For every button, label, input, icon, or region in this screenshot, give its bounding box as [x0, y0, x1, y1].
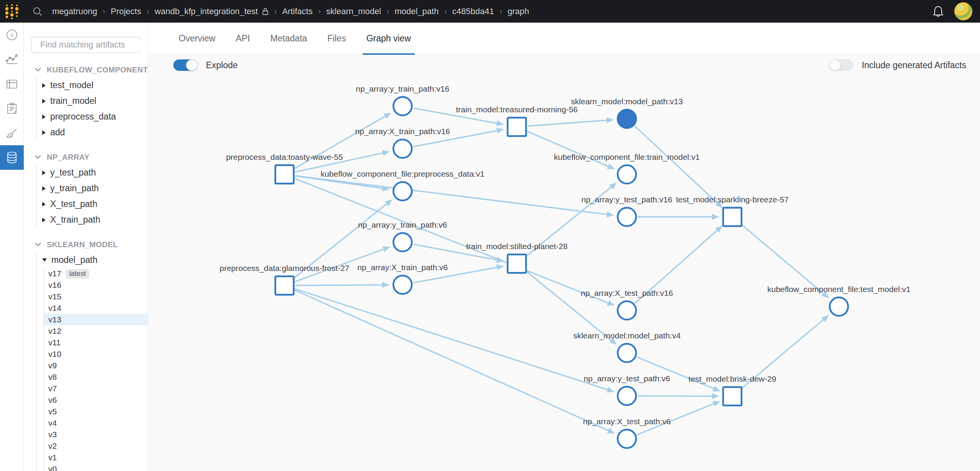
version-row-v3[interactable]: v3 [44, 429, 148, 440]
tree-item-test_model[interactable]: test_model [37, 77, 148, 93]
graph-node-p2[interactable] [275, 276, 294, 295]
graph-node-a4[interactable] [393, 233, 412, 251]
breadcrumb-item[interactable]: graph [508, 7, 529, 16]
version-row-v6[interactable]: v6 [44, 394, 148, 406]
graph-node-label: train_model:stilted-planet-28 [466, 242, 568, 251]
explode-label: Explode [206, 60, 238, 71]
graph-node-p1[interactable] [275, 165, 294, 184]
tree-section: NP_ARRAYy_test_pathy_train_pathX_test_pa… [24, 149, 148, 228]
graph-node-label: np_array:X_test_path:v16 [581, 289, 673, 298]
graph-edge-b6-e2 [638, 396, 719, 396]
tab-bar: OverviewAPIMetadataFilesGraph view [148, 23, 980, 55]
breadcrumb-item[interactable]: Artifacts [282, 7, 312, 16]
latest-badge: latest [66, 269, 89, 279]
graph-node-t1[interactable] [508, 118, 526, 136]
graph-node-label: train_model:treasured-morning-56 [456, 105, 578, 114]
version-row-v8[interactable]: v8 [44, 371, 148, 383]
triangle-right-icon [42, 99, 46, 103]
breadcrumb-item[interactable]: model_path [395, 7, 439, 16]
graph-node-c1[interactable] [830, 297, 848, 316]
tree-item-X_test_path[interactable]: X_test_path [37, 196, 148, 212]
triangle-right-icon [42, 186, 46, 191]
breadcrumb-separator: › [444, 7, 447, 16]
graph-node-b6[interactable] [618, 387, 636, 405]
breadcrumb-item[interactable]: wandb_kfp_integration_test [155, 7, 269, 16]
breadcrumb-item[interactable]: c485bda41 [452, 7, 494, 16]
tree-item-add[interactable]: add [37, 125, 148, 140]
tree-section-header[interactable]: SKLEARN_MODEL [24, 237, 148, 252]
breadcrumb: megatruong›Projects›wandb_kfp_integratio… [52, 7, 529, 16]
tree-item-X_train_path[interactable]: X_train_path [37, 212, 148, 228]
version-row-v1[interactable]: v1 [44, 452, 148, 463]
version-row-v2[interactable]: v2 [44, 440, 148, 452]
version-row-v4[interactable]: v4 [44, 417, 148, 429]
version-row-v12[interactable]: v12 [44, 325, 148, 337]
tree-item-train_model[interactable]: train_model [37, 93, 148, 109]
graph-node-b7[interactable] [618, 430, 636, 448]
triangle-right-icon [42, 171, 46, 175]
graph-node-b2[interactable] [618, 165, 636, 184]
graph-node-b5[interactable] [618, 344, 636, 362]
broom-icon [5, 127, 18, 139]
include-artifacts-toggle[interactable] [829, 59, 853, 71]
graph-node-label: kubeflow_component_file:test_model:v1 [767, 285, 911, 294]
avatar[interactable] [954, 2, 972, 20]
version-row-v16[interactable]: v16 [44, 279, 148, 291]
include-artifacts-toggle-row: Include generated Artifacts [829, 59, 966, 71]
graph-node-b4[interactable] [618, 301, 636, 320]
version-row-v11[interactable]: v11 [44, 337, 148, 348]
tab-api[interactable]: API [236, 23, 250, 55]
version-row-v14[interactable]: v14 [44, 302, 148, 314]
rail-item-artifacts[interactable] [0, 145, 24, 170]
graph-node-a3[interactable] [393, 182, 412, 200]
tab-files[interactable]: Files [327, 23, 346, 55]
breadcrumb-item[interactable]: Projects [111, 7, 141, 16]
tree-item-y_train_path[interactable]: y_train_path [37, 181, 148, 196]
tab-graph-view[interactable]: Graph view [366, 23, 411, 55]
graph-node-e2[interactable] [723, 387, 742, 405]
search-input[interactable] [40, 40, 148, 50]
version-row-v9[interactable]: v9 [44, 360, 148, 371]
explode-toggle[interactable] [173, 59, 197, 71]
graph-node-b1[interactable] [618, 110, 636, 128]
search-icon[interactable] [29, 6, 46, 17]
graph-node-t2[interactable] [508, 254, 526, 273]
tree-item-model_path[interactable]: model_path [37, 252, 148, 268]
version-label: v8 [48, 373, 57, 382]
tree-section-header[interactable]: NP_ARRAY [24, 149, 148, 165]
graph-node-a2[interactable] [393, 139, 412, 158]
graph-node-label: test_model:brisk-dew-29 [689, 374, 776, 384]
graph-node-b3[interactable] [618, 208, 636, 226]
rail-item-sweeps[interactable] [0, 121, 24, 145]
tree-item-preprocess_data[interactable]: preprocess_data [37, 109, 148, 125]
breadcrumb-item[interactable]: megatruong [52, 7, 97, 16]
tab-overview[interactable]: Overview [179, 23, 215, 55]
version-label: v12 [48, 327, 61, 336]
rail-item-reports[interactable] [0, 96, 24, 121]
version-row-v7[interactable]: v7 [44, 383, 148, 394]
rail-item-info[interactable]: i [0, 23, 24, 47]
tree-section-header[interactable]: KUBEFLOW_COMPONENT... [24, 62, 148, 77]
breadcrumb-item[interactable]: sklearn_model [326, 7, 381, 16]
graph-node-a1[interactable] [393, 97, 412, 115]
version-row-v17[interactable]: v17latest [44, 268, 148, 279]
graph-node-a5[interactable] [393, 276, 412, 294]
clipboard-icon [6, 102, 18, 115]
explode-toggle-row: Explode [173, 59, 238, 71]
version-row-v13[interactable]: v13 [44, 314, 148, 325]
graph-node-e1[interactable] [723, 208, 742, 226]
tab-metadata[interactable]: Metadata [270, 23, 307, 55]
bell-icon[interactable] [932, 5, 944, 18]
wandb-logo[interactable] [0, 0, 24, 23]
tree-item-label: y_train_path [50, 183, 99, 194]
artifact-search[interactable] [31, 37, 140, 53]
version-row-v10[interactable]: v10 [44, 348, 148, 360]
rail-item-charts[interactable] [0, 47, 24, 72]
tree-item-y_test_path[interactable]: y_test_path [37, 165, 148, 181]
tree-section-label: KUBEFLOW_COMPONENT... [47, 66, 148, 74]
tree-item-label: y_test_path [50, 167, 96, 178]
version-row-v15[interactable]: v15 [44, 291, 148, 302]
version-row-v0[interactable]: v0 [44, 463, 148, 471]
rail-item-tables[interactable] [0, 72, 24, 96]
version-row-v5[interactable]: v5 [44, 406, 148, 417]
